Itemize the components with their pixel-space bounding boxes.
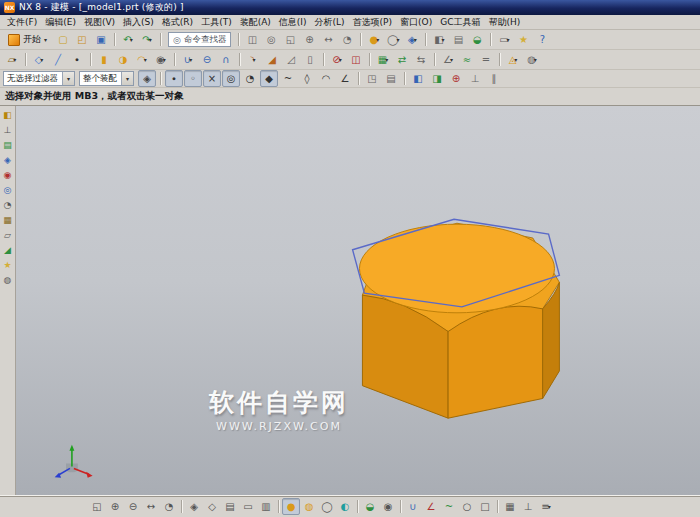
synchronous-modeling-icon[interactable]: ◬▾ xyxy=(504,51,522,68)
process-studio-icon[interactable]: ▱ xyxy=(0,228,15,243)
intersect-icon[interactable]: ∩ xyxy=(217,51,235,68)
datum-axis-icon[interactable]: ╱ xyxy=(49,51,67,68)
start-menu-button[interactable]: 开始 ▾ xyxy=(3,31,52,49)
analysis-icon[interactable]: ≈ xyxy=(458,51,476,68)
layer-settings-icon[interactable]: ▤ xyxy=(449,31,467,48)
dropdown-arrow-icon[interactable]: ▾ xyxy=(376,37,379,43)
measure-icon[interactable]: ∠▾ xyxy=(439,51,457,68)
unite-icon[interactable]: ∪▾ xyxy=(179,51,197,68)
curve-tool-3-icon[interactable]: ~ xyxy=(440,498,458,515)
wcs-toggle-icon[interactable]: ⊥ xyxy=(519,498,537,515)
work-layer-icon[interactable]: ▤ xyxy=(382,70,400,87)
move-face-icon[interactable]: ⇆ xyxy=(412,51,430,68)
sketch-icon[interactable]: ▱▾ xyxy=(3,51,21,68)
history-icon[interactable]: ◔ xyxy=(0,198,15,213)
curve-tool-5-icon[interactable]: □ xyxy=(476,498,494,515)
dropdown-arrow-icon[interactable]: ▾ xyxy=(40,57,43,63)
point-icon[interactable]: ∙ xyxy=(68,51,86,68)
window-icon[interactable]: ▭▾ xyxy=(495,31,513,48)
part-navigator-icon[interactable]: ▤ xyxy=(0,138,15,153)
command-finder[interactable]: ◎ 命令查找器 xyxy=(168,32,231,47)
selection-scope-combo[interactable]: 整个装配 ▾ xyxy=(79,71,134,86)
hole-icon[interactable]: ◉▾ xyxy=(152,51,170,68)
dropdown-arrow-icon[interactable]: ▾ xyxy=(13,57,16,63)
top-view-icon[interactable]: ▤ xyxy=(221,498,239,515)
hd3d-tools-icon[interactable]: ◉ xyxy=(0,168,15,183)
save-icon[interactable]: ▣ xyxy=(92,31,110,48)
grid-toggle-icon[interactable]: ▦ xyxy=(501,498,519,515)
more-features-icon[interactable]: ◍▾ xyxy=(523,51,541,68)
zoom-out-icon[interactable]: ⊖ xyxy=(124,498,142,515)
studio-render-icon[interactable]: ◐ xyxy=(336,498,354,515)
revolve-icon[interactable]: ◑ xyxy=(114,51,132,68)
right-view-icon[interactable]: ▥ xyxy=(257,498,275,515)
dropdown-arrow-icon[interactable]: ▾ xyxy=(163,57,166,63)
dropdown-arrow-icon[interactable]: ▾ xyxy=(507,37,510,43)
expressions-icon[interactable]: = xyxy=(477,51,495,68)
roles-palette-icon[interactable]: ★ xyxy=(0,258,15,273)
isometric-view-icon[interactable]: ◇ xyxy=(203,498,221,515)
menu-assemblies[interactable]: 装配(A) xyxy=(236,16,275,29)
shaded-icon[interactable]: ◍ xyxy=(300,498,318,515)
menu-format[interactable]: 格式(R) xyxy=(158,16,197,29)
snap-quadrant-icon[interactable]: ◔ xyxy=(241,70,259,87)
dropdown-arrow-icon[interactable]: ▾ xyxy=(144,57,147,63)
selection-extra-2-icon[interactable]: ◨ xyxy=(428,70,446,87)
chevron-down-icon[interactable]: ▾ xyxy=(62,72,74,85)
pan-icon[interactable]: ↔ xyxy=(319,31,337,48)
snap-angle-icon[interactable]: ∠ xyxy=(336,70,354,87)
fit-view-icon[interactable]: ◱ xyxy=(88,498,106,515)
chamfer-icon[interactable]: ◢ xyxy=(263,51,281,68)
dropdown-arrow-icon[interactable]: ▾ xyxy=(385,57,388,63)
model-canvas[interactable] xyxy=(16,106,700,495)
snap-enable-icon[interactable]: ◈ xyxy=(138,70,156,87)
dropdown-arrow-icon[interactable]: ▾ xyxy=(252,57,255,63)
nut-front-face[interactable] xyxy=(448,306,543,418)
dropdown-arrow-icon[interactable]: ▾ xyxy=(514,57,517,63)
touch-mode-icon[interactable]: ◫ xyxy=(243,31,261,48)
menu-insert[interactable]: 插入(S) xyxy=(119,16,158,29)
rotate-view-icon[interactable]: ◔ xyxy=(160,498,178,515)
help-icon[interactable]: ? xyxy=(533,31,551,48)
more-tools-icon[interactable]: ≡▾ xyxy=(537,498,555,515)
split-body-icon[interactable]: ◫ xyxy=(347,51,365,68)
dropdown-arrow-icon[interactable]: ▾ xyxy=(339,57,342,63)
curve-tool-1-icon[interactable]: ∪ xyxy=(404,498,422,515)
menu-window[interactable]: 窗口(O) xyxy=(396,16,436,29)
web-browser-icon[interactable]: ◎ xyxy=(0,183,15,198)
constraint-navigator-icon[interactable]: ⊥ xyxy=(0,123,15,138)
selection-extra-3-icon[interactable]: ⊕ xyxy=(447,70,465,87)
wireframe-display-icon[interactable]: ◯▾ xyxy=(384,31,402,48)
dropdown-arrow-icon[interactable]: ▾ xyxy=(548,504,551,510)
menu-gc-toolbox[interactable]: GC工具箱 xyxy=(436,16,484,29)
snap-point-on-curve-icon[interactable]: ~ xyxy=(279,70,297,87)
nut-top-face[interactable] xyxy=(359,224,554,313)
menu-tools[interactable]: 工具(T) xyxy=(197,16,236,29)
edge-blend-icon[interactable]: ◝▾ xyxy=(244,51,262,68)
snap-existing-point-icon[interactable]: ◆ xyxy=(260,70,278,87)
menu-file[interactable]: 文件(F) xyxy=(3,16,41,29)
menu-view[interactable]: 视图(V) xyxy=(80,16,119,29)
zoom-icon[interactable]: ⊕ xyxy=(300,31,318,48)
reuse-library-icon[interactable]: ◈ xyxy=(0,153,15,168)
shaded-with-edges-icon[interactable]: ● xyxy=(282,498,300,515)
dropdown-arrow-icon[interactable]: ▾ xyxy=(396,37,399,43)
new-file-icon[interactable]: ▢ xyxy=(54,31,72,48)
menu-analysis[interactable]: 分析(L) xyxy=(311,16,349,29)
snap-midpoint-icon[interactable]: ◦ xyxy=(184,70,202,87)
dropdown-arrow-icon[interactable]: ▾ xyxy=(442,37,445,43)
snap-endpoint-icon[interactable]: ∙ xyxy=(165,70,183,87)
draft-icon[interactable]: ◿ xyxy=(282,51,300,68)
triad-toggle-icon[interactable]: ◳ xyxy=(363,70,381,87)
snap-intersection-icon[interactable]: × xyxy=(203,70,221,87)
dropdown-arrow-icon[interactable]: ▾ xyxy=(450,57,453,63)
rotate-view-icon[interactable]: ◔ xyxy=(338,31,356,48)
type-filter-combo[interactable]: 无选择过滤器 ▾ xyxy=(3,71,75,86)
pattern-feature-icon[interactable]: ▦▾ xyxy=(374,51,392,68)
open-file-icon[interactable]: ◰ xyxy=(73,31,91,48)
manufacturing-wizard-icon[interactable]: ◢ xyxy=(0,243,15,258)
menu-preferences[interactable]: 首选项(P) xyxy=(349,16,396,29)
snap-arc-center-icon[interactable]: ◎ xyxy=(222,70,240,87)
snap-point-on-surface-icon[interactable]: ◊ xyxy=(298,70,316,87)
snapshot-icon[interactable]: ◉ xyxy=(379,498,397,515)
